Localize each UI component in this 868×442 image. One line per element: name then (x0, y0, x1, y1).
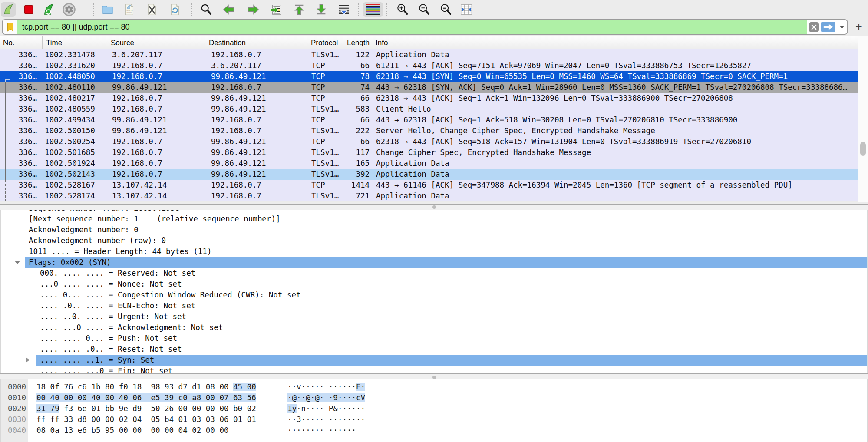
packet-cell-length: 74 (343, 82, 372, 93)
hex-ascii[interactable]: ········ ······ (287, 425, 356, 436)
detail-line[interactable]: Acknowledgment number (raw): 0 (1, 235, 867, 246)
stop-capture-button[interactable] (21, 2, 36, 17)
detail-line[interactable]: 1011 .... = Header Length: 44 bytes (11) (1, 246, 867, 257)
hex-row[interactable]: 002031 79 f3 6e 01 bb 9e d9 50 26 00 00 … (1, 403, 867, 414)
open-file-button[interactable] (100, 2, 115, 17)
detail-line[interactable]: Sequence number (raw): 2665041958 (1, 210, 867, 214)
zoom-in-icon (396, 3, 409, 16)
packet-row[interactable]: 336…1002.331620192.168.0.73.6.207.117TCP… (0, 60, 858, 71)
detail-line[interactable]: 000. .... .... = Reserved: Not set (1, 268, 867, 279)
detail-line[interactable]: [Next sequence number: 1 (relative seque… (1, 214, 867, 224)
filter-clear-button[interactable] (809, 22, 819, 32)
detail-line[interactable]: Acknowledgment number: 0 (1, 224, 867, 235)
restart-capture-button[interactable] (41, 2, 56, 17)
hex-bytes[interactable]: 31 79 f3 6e 01 bb 9e d9 50 26 00 00 00 0… (36, 403, 256, 414)
hex-bytes[interactable]: 08 0a 13 e6 b5 95 00 00 00 00 04 02 00 0… (36, 425, 229, 436)
packet-cell-no: 336… (0, 158, 43, 169)
packet-row[interactable]: 336…1002.52817413.107.42.14192.168.0.7TL… (0, 191, 858, 201)
detail-line[interactable]: .... ...0 .... = Acknowledgment: Not set (1, 322, 867, 333)
capture-options-button[interactable] (62, 2, 76, 17)
detail-line[interactable]: ...0 .... .... = Nonce: Not set (1, 279, 867, 290)
packet-cell-no: 336… (0, 49, 43, 60)
detail-line[interactable]: .... .... .0.. = Reset: Not set (1, 344, 867, 355)
packet-row[interactable]: 336…1002.49943499.86.49.121192.168.0.7TC… (0, 115, 858, 125)
packet-cell-length: 583 (343, 104, 372, 115)
hex-bytes[interactable]: ff ff 33 d8 00 00 02 04 05 b4 01 03 03 0… (36, 414, 256, 425)
column-header-destination[interactable]: Destination (205, 36, 307, 49)
pane-splitter[interactable] (0, 373, 868, 379)
packet-row[interactable]: 336…1002.502143192.168.0.799.86.49.121TL… (0, 169, 858, 180)
resize-columns-button[interactable] (459, 2, 474, 17)
colorize-button[interactable] (363, 2, 383, 17)
detail-line[interactable]: .... ..0. .... = Urgent: Not set (1, 311, 867, 322)
zoom-out-button[interactable] (417, 2, 432, 17)
packet-row[interactable]: 336…1002.50015099.86.49.121192.168.0.7TL… (0, 125, 858, 136)
hex-ascii[interactable]: ··3····· ········ (287, 414, 365, 425)
filter-dropdown-caret[interactable] (839, 26, 845, 29)
detail-line[interactable]: .... .... ...0 = Fin: Not set (1, 366, 867, 373)
packet-row[interactable]: 336…1002.448050192.168.0.799.86.49.121TC… (0, 71, 858, 82)
zoom-reset-button[interactable] (439, 2, 453, 17)
column-header-no[interactable]: No. (0, 36, 43, 49)
detail-line[interactable]: .... .... 0... = Push: Not set (1, 333, 867, 344)
stop-icon (22, 3, 35, 16)
filter-bookmark-button[interactable] (3, 20, 17, 34)
packet-list-scrollbar[interactable] (858, 36, 868, 202)
display-filter-input[interactable]: tcp.port == 80 || udp.port == 80 (2, 19, 848, 35)
packet-cell-protocol: TLSv1… (307, 49, 343, 60)
detail-line[interactable]: .... .... ..1. = Syn: Set (1, 355, 867, 366)
collapse-arrow-icon[interactable] (15, 261, 20, 264)
detail-line[interactable]: .... .0.. .... = ECN-Echo: Not set (1, 300, 867, 311)
close-file-button[interactable] (145, 2, 159, 17)
reload-file-button[interactable] (168, 2, 182, 17)
hex-row[interactable]: 000018 0f 76 c6 1b 80 f0 18 98 93 d7 d1 … (1, 382, 867, 393)
packet-row[interactable]: 336…1002.3314783.6.207.117192.168.0.7TLS… (0, 49, 858, 60)
hex-ascii[interactable]: ··v····· ······E· (287, 382, 365, 393)
packet-cell-destination: 192.168.0.7 (205, 180, 307, 191)
close-document-icon (145, 3, 158, 16)
hex-row[interactable]: 001000 40 00 00 40 00 40 06 e5 39 c0 a8 … (1, 393, 867, 403)
auto-scroll-button[interactable] (337, 2, 351, 17)
filter-add-button[interactable]: + (851, 19, 867, 35)
go-to-packet-button[interactable] (269, 2, 284, 17)
packet-row[interactable]: 336…1002.501924192.168.0.799.86.49.121TL… (0, 158, 858, 169)
hex-row[interactable]: 0030ff ff 33 d8 00 00 02 04 05 b4 01 03 … (1, 414, 867, 425)
go-to-packet-icon (270, 3, 283, 16)
packet-cell-destination: 99.86.49.121 (205, 147, 307, 158)
packet-cell-protocol: TLSv1… (307, 104, 343, 115)
packet-cell-length: 1414 (343, 180, 372, 191)
filter-apply-button[interactable] (821, 22, 835, 32)
go-last-packet-button[interactable] (314, 2, 329, 17)
gear-icon (62, 3, 76, 16)
go-forward-button[interactable] (246, 2, 261, 17)
hex-row[interactable]: 004008 0a 13 e6 b5 95 00 00 00 00 04 02 … (1, 425, 867, 436)
expand-arrow-icon[interactable] (26, 357, 30, 363)
column-header-protocol[interactable]: Protocol (307, 36, 343, 49)
go-back-button[interactable] (221, 2, 236, 17)
hex-bytes[interactable]: 00 40 00 00 40 00 40 06 e5 39 c0 a8 00 0… (36, 393, 256, 403)
detail-line[interactable]: Flags: 0x002 (SYN) (1, 257, 867, 268)
start-capture-button[interactable] (1, 2, 16, 17)
packet-row[interactable]: 336…1002.52816713.107.42.14192.168.0.7TC… (0, 180, 858, 191)
hex-ascii[interactable]: 1y·n···· P&······ (287, 403, 365, 414)
packet-row[interactable]: 336…1002.501685192.168.0.799.86.49.121TL… (0, 147, 858, 158)
packet-row[interactable]: 336…1002.48011099.86.49.121192.168.0.7TC… (0, 82, 858, 93)
pane-splitter[interactable] (0, 202, 868, 210)
go-first-packet-button[interactable] (292, 2, 307, 17)
hex-ascii[interactable]: ·@··@·@· ·9····cV (287, 393, 365, 403)
find-packet-button[interactable] (199, 2, 214, 17)
column-header-time[interactable]: Time (43, 36, 107, 49)
column-header-source[interactable]: Source (107, 36, 205, 49)
packet-cell-no: 336… (0, 115, 43, 125)
packet-row[interactable]: 336…1002.480217192.168.0.799.86.49.121TC… (0, 93, 858, 104)
save-file-button[interactable]: 01010 01101 (122, 2, 137, 17)
zoom-in-button[interactable] (395, 2, 410, 17)
column-header-length[interactable]: Length (343, 36, 372, 49)
packet-row[interactable]: 336…1002.480559192.168.0.799.86.49.121TL… (0, 104, 858, 115)
detail-line[interactable]: .... 0... .... = Congestion Window Reduc… (1, 290, 867, 300)
column-header-info[interactable]: Info (372, 36, 868, 49)
scrollbar-thumb[interactable] (860, 142, 866, 156)
plus-icon: + (855, 20, 862, 34)
packet-row[interactable]: 336…1002.500254192.168.0.799.86.49.121TC… (0, 136, 858, 147)
hex-bytes[interactable]: 18 0f 76 c6 1b 80 f0 18 98 93 d7 d1 08 0… (36, 382, 256, 393)
